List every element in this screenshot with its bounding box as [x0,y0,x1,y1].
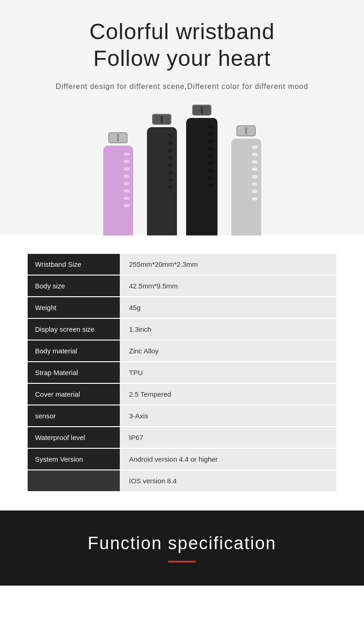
function-underline [168,561,196,563]
spec-label-body-material: Body material [28,340,120,361]
spec-value-ios: IOS version 8.4 [120,470,336,491]
spec-label-body-size: Body size [28,276,120,296]
hero-title: Colorful wristband Follow your heart [9,18,355,71]
band-item-lavender [103,132,133,235]
spec-row-wristband-size: Wristband Size 255mm*20mm*2.3mm [28,254,336,275]
spec-label-display-size: Display screen size [28,319,120,340]
spec-value-body-size: 42.5mm*9.5mm [120,276,336,296]
spec-label-strap-material: Strap Material [28,362,120,383]
spec-row-body-material: Body material Zinc Alloy [28,340,336,361]
spec-row-strap-material: Strap Material TPU [28,362,336,383]
specs-section: Wristband Size 255mm*20mm*2.3mm Body siz… [0,235,364,511]
spec-row-sensor: sensor 3-Axis [28,405,336,426]
band-item-gray [231,125,261,235]
band-item-black1 [147,113,177,235]
spec-value-display-size: 1.3inch [120,319,336,340]
spec-label-sensor: sensor [28,405,120,426]
spec-value-sensor: 3-Axis [120,405,336,426]
spec-value-strap-material: TPU [120,362,336,383]
spec-label-system-version: System Version [28,449,120,469]
hero-section: Colorful wristband Follow your heart Dif… [0,0,364,235]
spec-row-waterproof: Waterproof level IP67 [28,427,336,448]
spec-row-weight: Weight 45g [28,297,336,318]
spec-value-waterproof: IP67 [120,427,336,448]
band-item-black2 [186,104,217,235]
spec-row-ios: IOS version 8.4 [28,470,336,491]
hero-subtitle: Different design for different scene,Dif… [9,81,355,93]
spec-label-waterproof: Waterproof level [28,427,120,448]
spec-row-cover-material: Cover material 2.5 Tempered [28,384,336,405]
spec-label-ios-empty [28,470,120,491]
spec-value-body-material: Zinc Alloy [120,340,336,361]
spec-label-cover-material: Cover material [28,384,120,405]
svg-rect-3 [161,116,163,123]
spec-label-weight: Weight [28,297,120,318]
spec-value-cover-material: 2.5 Tempered [120,384,336,405]
spec-value-weight: 45g [120,297,336,318]
function-section: Function specification [0,511,364,586]
spec-row-body-size: Body size 42.5mm*9.5mm [28,276,336,296]
bands-display [9,106,355,235]
function-title: Function specification [9,534,355,553]
spec-value-android: Android version 4.4 or higher [120,449,336,469]
spec-row-display-size: Display screen size 1.3inch [28,319,336,340]
spec-value-wristband-size: 255mm*20mm*2.3mm [120,254,336,275]
svg-rect-7 [245,127,247,135]
spec-label-wristband-size: Wristband Size [28,254,120,275]
svg-rect-5 [201,106,203,114]
svg-rect-1 [117,134,119,141]
spec-row-system-version: System Version Android version 4.4 or hi… [28,449,336,469]
